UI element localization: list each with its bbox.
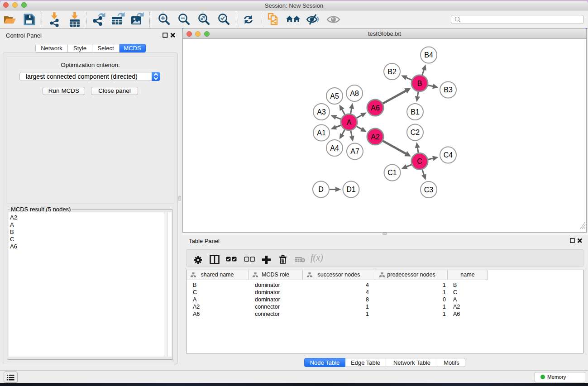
svg-text:A4: A4 bbox=[330, 144, 339, 152]
svg-text:C3: C3 bbox=[424, 186, 434, 194]
svg-text:D: D bbox=[318, 186, 324, 193]
svg-text:B2: B2 bbox=[387, 68, 397, 76]
svg-text:A1: A1 bbox=[317, 129, 326, 137]
svg-text:A8: A8 bbox=[350, 90, 359, 97]
svg-text:B: B bbox=[417, 80, 422, 87]
svg-text:A3: A3 bbox=[317, 108, 326, 116]
svg-text:C: C bbox=[417, 157, 422, 165]
svg-text:A7: A7 bbox=[350, 148, 359, 155]
svg-text:B3: B3 bbox=[444, 86, 453, 94]
svg-text:B1: B1 bbox=[411, 108, 420, 116]
svg-text:C2: C2 bbox=[411, 129, 420, 136]
svg-text:A2: A2 bbox=[371, 133, 380, 141]
svg-text:A6: A6 bbox=[371, 104, 380, 112]
svg-text:C1: C1 bbox=[387, 169, 397, 176]
svg-text:C4: C4 bbox=[444, 151, 453, 159]
svg-text:A5: A5 bbox=[330, 92, 339, 100]
svg-text:B4: B4 bbox=[424, 51, 433, 59]
svg-text:A: A bbox=[347, 119, 352, 126]
svg-text:D1: D1 bbox=[346, 186, 356, 193]
